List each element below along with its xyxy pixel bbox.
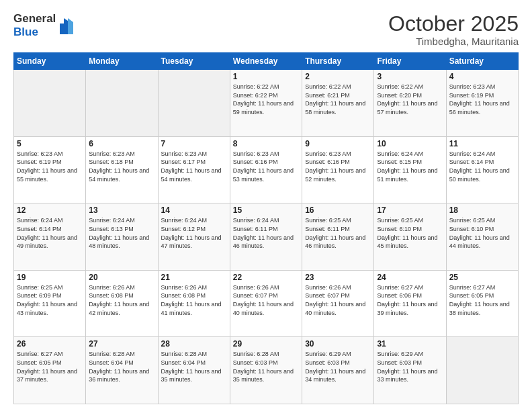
- calendar-cell: 6Sunrise: 6:23 AMSunset: 6:18 PMDaylight…: [86, 136, 158, 203]
- day-info: Sunrise: 6:22 AMSunset: 6:21 PMDaylight:…: [305, 83, 371, 116]
- calendar-cell: 22Sunrise: 6:26 AMSunset: 6:07 PMDayligh…: [230, 270, 302, 337]
- day-info: Sunrise: 6:23 AMSunset: 6:17 PMDaylight:…: [161, 150, 227, 183]
- day-number: 14: [161, 205, 227, 215]
- day-info: Sunrise: 6:26 AMSunset: 6:08 PMDaylight:…: [89, 283, 154, 317]
- day-info: Sunrise: 6:26 AMSunset: 6:08 PMDaylight:…: [161, 283, 227, 317]
- svg-marker-1: [68, 18, 73, 34]
- logo-blue: Blue: [13, 26, 38, 38]
- day-info: Sunrise: 6:25 AMSunset: 6:09 PMDaylight:…: [17, 283, 83, 317]
- day-number: 3: [377, 72, 443, 81]
- day-info: Sunrise: 6:23 AMSunset: 6:19 PMDaylight:…: [17, 150, 83, 183]
- day-number: 16: [305, 205, 371, 215]
- day-info: Sunrise: 6:28 AMSunset: 6:04 PMDaylight:…: [161, 350, 227, 383]
- day-number: 5: [17, 139, 83, 148]
- day-number: 29: [233, 339, 299, 349]
- calendar-cell: 10Sunrise: 6:24 AMSunset: 6:15 PMDayligh…: [374, 136, 446, 203]
- logo-general: General: [13, 12, 56, 25]
- day-info: Sunrise: 6:25 AMSunset: 6:11 PMDaylight:…: [305, 216, 371, 250]
- calendar-table: SundayMondayTuesdayWednesdayThursdayFrid…: [13, 52, 519, 404]
- calendar-cell: 4Sunrise: 6:23 AMSunset: 6:19 PMDaylight…: [446, 70, 518, 137]
- header: General Blue October 2025 Timbedgha, Mau…: [13, 12, 519, 47]
- day-info: Sunrise: 6:28 AMSunset: 6:03 PMDaylight:…: [233, 350, 299, 383]
- calendar-cell: 8Sunrise: 6:23 AMSunset: 6:16 PMDaylight…: [230, 136, 302, 203]
- calendar-cell: 3Sunrise: 6:22 AMSunset: 6:20 PMDaylight…: [374, 70, 446, 137]
- day-info: Sunrise: 6:25 AMSunset: 6:10 PMDaylight:…: [449, 216, 515, 250]
- day-info: Sunrise: 6:25 AMSunset: 6:10 PMDaylight:…: [377, 216, 443, 250]
- calendar-cell: 12Sunrise: 6:24 AMSunset: 6:14 PMDayligh…: [14, 203, 86, 271]
- calendar-cell: 31Sunrise: 6:29 AMSunset: 6:03 PMDayligh…: [374, 337, 446, 404]
- day-number: 30: [305, 339, 371, 349]
- day-number: 10: [377, 139, 443, 148]
- day-info: Sunrise: 6:27 AMSunset: 6:05 PMDaylight:…: [17, 350, 83, 383]
- calendar-cell: 21Sunrise: 6:26 AMSunset: 6:08 PMDayligh…: [158, 270, 230, 337]
- day-number: 12: [17, 205, 83, 215]
- week-row-2: 5Sunrise: 6:23 AMSunset: 6:19 PMDaylight…: [14, 136, 519, 203]
- day-info: Sunrise: 6:27 AMSunset: 6:06 PMDaylight:…: [377, 283, 443, 317]
- day-info: Sunrise: 6:28 AMSunset: 6:04 PMDaylight:…: [89, 350, 154, 383]
- day-info: Sunrise: 6:26 AMSunset: 6:07 PMDaylight:…: [305, 283, 371, 317]
- day-number: 20: [89, 273, 154, 282]
- day-number: 2: [305, 72, 371, 81]
- calendar-cell: 30Sunrise: 6:29 AMSunset: 6:03 PMDayligh…: [302, 337, 374, 404]
- day-number: 11: [449, 139, 515, 148]
- day-number: 31: [377, 339, 443, 349]
- day-number: 17: [377, 205, 443, 215]
- day-number: 19: [17, 273, 83, 282]
- calendar-cell: [158, 70, 230, 137]
- calendar-cell: 13Sunrise: 6:24 AMSunset: 6:13 PMDayligh…: [86, 203, 158, 271]
- calendar-subtitle: Timbedgha, Mauritania: [388, 36, 519, 47]
- day-info: Sunrise: 6:24 AMSunset: 6:13 PMDaylight:…: [89, 216, 154, 250]
- day-number: 27: [89, 339, 154, 349]
- calendar-cell: 23Sunrise: 6:26 AMSunset: 6:07 PMDayligh…: [302, 270, 374, 337]
- calendar-cell: 15Sunrise: 6:24 AMSunset: 6:11 PMDayligh…: [230, 203, 302, 271]
- weekday-wednesday: Wednesday: [230, 53, 302, 70]
- day-info: Sunrise: 6:22 AMSunset: 6:22 PMDaylight:…: [233, 83, 299, 116]
- day-number: 4: [449, 72, 515, 81]
- calendar-cell: 11Sunrise: 6:24 AMSunset: 6:14 PMDayligh…: [446, 136, 518, 203]
- day-number: 22: [233, 273, 299, 282]
- weekday-friday: Friday: [374, 53, 446, 70]
- calendar-cell: [86, 70, 158, 137]
- day-info: Sunrise: 6:22 AMSunset: 6:20 PMDaylight:…: [377, 83, 443, 116]
- calendar-cell: 5Sunrise: 6:23 AMSunset: 6:19 PMDaylight…: [14, 136, 86, 203]
- day-number: 13: [89, 205, 154, 215]
- day-info: Sunrise: 6:23 AMSunset: 6:16 PMDaylight:…: [233, 150, 299, 183]
- weekday-tuesday: Tuesday: [158, 53, 230, 70]
- day-number: 6: [89, 139, 154, 148]
- calendar-cell: 27Sunrise: 6:28 AMSunset: 6:04 PMDayligh…: [86, 337, 158, 404]
- week-row-5: 26Sunrise: 6:27 AMSunset: 6:05 PMDayligh…: [14, 337, 519, 404]
- calendar-cell: 16Sunrise: 6:25 AMSunset: 6:11 PMDayligh…: [302, 203, 374, 271]
- weekday-monday: Monday: [86, 53, 158, 70]
- day-info: Sunrise: 6:24 AMSunset: 6:15 PMDaylight:…: [377, 150, 443, 183]
- day-number: 15: [233, 205, 299, 215]
- day-number: 25: [449, 273, 515, 282]
- weekday-thursday: Thursday: [302, 53, 374, 70]
- calendar-cell: [14, 70, 86, 137]
- day-number: 18: [449, 205, 515, 215]
- calendar-cell: 29Sunrise: 6:28 AMSunset: 6:03 PMDayligh…: [230, 337, 302, 404]
- day-info: Sunrise: 6:23 AMSunset: 6:19 PMDaylight:…: [449, 83, 515, 116]
- calendar-cell: 28Sunrise: 6:28 AMSunset: 6:04 PMDayligh…: [158, 337, 230, 404]
- day-info: Sunrise: 6:27 AMSunset: 6:05 PMDaylight:…: [449, 283, 515, 317]
- calendar-cell: 19Sunrise: 6:25 AMSunset: 6:09 PMDayligh…: [14, 270, 86, 337]
- logo-icon: [58, 17, 73, 36]
- calendar-cell: 2Sunrise: 6:22 AMSunset: 6:21 PMDaylight…: [302, 70, 374, 137]
- weekday-header-row: SundayMondayTuesdayWednesdayThursdayFrid…: [14, 53, 519, 70]
- day-number: 9: [305, 139, 371, 148]
- day-info: Sunrise: 6:29 AMSunset: 6:03 PMDaylight:…: [377, 350, 443, 383]
- day-info: Sunrise: 6:26 AMSunset: 6:07 PMDaylight:…: [233, 283, 299, 317]
- calendar-cell: 14Sunrise: 6:24 AMSunset: 6:12 PMDayligh…: [158, 203, 230, 271]
- calendar-cell: 26Sunrise: 6:27 AMSunset: 6:05 PMDayligh…: [14, 337, 86, 404]
- page: General Blue October 2025 Timbedgha, Mau…: [0, 0, 532, 411]
- calendar-cell: 25Sunrise: 6:27 AMSunset: 6:05 PMDayligh…: [446, 270, 518, 337]
- day-info: Sunrise: 6:24 AMSunset: 6:12 PMDaylight:…: [161, 216, 227, 250]
- title-block: October 2025 Timbedgha, Mauritania: [388, 12, 519, 47]
- day-number: 21: [161, 273, 227, 282]
- weekday-saturday: Saturday: [446, 53, 518, 70]
- week-row-4: 19Sunrise: 6:25 AMSunset: 6:09 PMDayligh…: [14, 270, 519, 337]
- day-number: 23: [305, 273, 371, 282]
- calendar-cell: 20Sunrise: 6:26 AMSunset: 6:08 PMDayligh…: [86, 270, 158, 337]
- calendar-cell: 7Sunrise: 6:23 AMSunset: 6:17 PMDaylight…: [158, 136, 230, 203]
- week-row-1: 1Sunrise: 6:22 AMSunset: 6:22 PMDaylight…: [14, 70, 519, 137]
- day-info: Sunrise: 6:24 AMSunset: 6:14 PMDaylight:…: [449, 150, 515, 183]
